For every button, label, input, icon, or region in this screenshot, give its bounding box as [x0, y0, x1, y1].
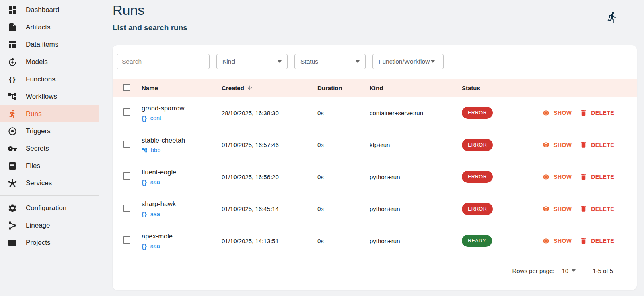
status-badge: ERROR — [462, 203, 493, 215]
sidebar-item-secrets[interactable]: Secrets — [0, 140, 99, 157]
eye-icon — [542, 173, 550, 181]
chevron-down-icon — [572, 269, 576, 272]
run-name-link[interactable]: stable-cheetah — [142, 137, 222, 144]
sidebar-item-runs[interactable]: Runs — [0, 105, 99, 122]
column-header-kind[interactable]: Kind — [370, 85, 462, 91]
sidebar-item-configuration[interactable]: Configuration — [0, 199, 99, 217]
status-filter-dropdown[interactable]: Status — [294, 54, 366, 69]
run-parent-link[interactable]: {} aaa — [142, 179, 222, 186]
row-checkbox[interactable] — [123, 172, 130, 180]
show-button[interactable]: SHOW — [542, 141, 572, 149]
share-icon — [7, 220, 18, 231]
show-button[interactable]: SHOW — [542, 205, 572, 213]
delete-button[interactable]: DELETE — [580, 109, 614, 117]
runs-card: Kind Status Function/Workflow Name Creat… — [113, 45, 637, 290]
sidebar-divider — [0, 195, 99, 196]
show-button[interactable]: SHOW — [542, 237, 572, 245]
functions-braces-icon: {} — [142, 211, 147, 217]
kind-cell: python+run — [370, 174, 462, 180]
column-header-status[interactable]: Status — [462, 85, 524, 91]
table-icon — [7, 39, 18, 50]
target-icon — [7, 126, 18, 137]
sidebar-item-workflows[interactable]: Workflows — [0, 88, 99, 105]
sidebar-item-models[interactable]: Models — [0, 53, 99, 70]
created-cell: 01/10/2025, 16:45:14 — [222, 205, 317, 212]
sidebar-item-label: Lineage — [26, 221, 50, 230]
eye-icon — [542, 237, 550, 245]
sidebar-item-label: Dashboard — [26, 6, 59, 14]
run-name-link[interactable]: apex-mole — [142, 232, 222, 240]
sort-descending-icon — [247, 85, 253, 91]
sidebar-item-functions[interactable]: {} Functions — [0, 70, 99, 88]
row-checkbox[interactable] — [123, 236, 130, 244]
table-row: grand-sparrow {} cont 28/10/2025, 16:38:… — [113, 97, 637, 129]
table-row: stable-cheetah bbb 01/10/2025, 16:57:46 … — [113, 129, 637, 161]
hub-icon — [7, 178, 18, 188]
eye-icon — [542, 109, 550, 117]
table-row: fluent-eagle {} aaa 01/10/2025, 16:56:20… — [113, 161, 637, 193]
kind-cell: container+serve:run — [370, 110, 462, 116]
trash-icon — [580, 109, 587, 117]
duration-cell: 0s — [317, 205, 370, 212]
search-input[interactable] — [117, 54, 210, 69]
function-workflow-filter-dropdown[interactable]: Function/Workflow — [372, 54, 444, 69]
column-header-duration[interactable]: Duration — [317, 85, 370, 91]
sidebar-item-dashboard[interactable]: Dashboard — [0, 1, 99, 19]
sidebar-item-label: Triggers — [26, 127, 51, 135]
run-parent-link[interactable]: {} cont — [142, 115, 222, 122]
sidebar-item-projects[interactable]: Projects — [0, 234, 99, 251]
run-name-link[interactable]: sharp-hawk — [142, 200, 222, 208]
file-icon — [7, 22, 18, 33]
trash-icon — [580, 237, 587, 245]
kind-cell: kfp+run — [370, 141, 462, 148]
sidebar-item-label: Secrets — [26, 145, 49, 153]
box-icon — [7, 161, 18, 171]
sidebar-item-artifacts[interactable]: Artifacts — [0, 19, 99, 36]
created-cell: 28/10/2025, 16:38:30 — [222, 110, 317, 116]
row-checkbox[interactable] — [123, 141, 130, 148]
run-parent-link[interactable]: bbb — [142, 147, 222, 153]
folder-icon — [7, 238, 18, 248]
delete-button[interactable]: DELETE — [580, 141, 614, 149]
show-button[interactable]: SHOW — [542, 173, 572, 181]
run-parent-link[interactable]: {} aaa — [142, 211, 222, 217]
table-row: apex-mole {} aaa 01/10/2025, 14:13:51 0s… — [113, 225, 637, 257]
sidebar-item-files[interactable]: Files — [0, 157, 99, 174]
sidebar-item-data-items[interactable]: Data items — [0, 36, 99, 53]
run-name-link[interactable]: grand-sparrow — [142, 104, 222, 112]
trash-icon — [580, 141, 587, 149]
status-badge: ERROR — [462, 139, 493, 151]
column-header-created[interactable]: Created — [222, 85, 317, 91]
model-icon — [7, 57, 18, 67]
sidebar-item-lineage[interactable]: Lineage — [0, 217, 99, 234]
kind-cell: python+run — [370, 238, 462, 244]
sidebar-item-label: Runs — [26, 110, 42, 118]
column-header-name[interactable]: Name — [142, 85, 222, 91]
trash-icon — [580, 173, 587, 181]
delete-button[interactable]: DELETE — [580, 205, 614, 213]
key-icon — [7, 143, 18, 154]
sidebar-item-triggers[interactable]: Triggers — [0, 122, 99, 140]
run-parent-link[interactable]: {} aaa — [142, 243, 222, 250]
filter-bar: Kind Status Function/Workflow — [113, 45, 637, 69]
row-checkbox[interactable] — [123, 205, 130, 212]
delete-button[interactable]: DELETE — [580, 173, 614, 181]
sidebar-item-label: Models — [26, 58, 48, 66]
select-all-checkbox[interactable] — [123, 84, 130, 91]
chevron-down-icon — [356, 60, 360, 63]
functions-braces-icon: {} — [142, 179, 147, 186]
row-checkbox[interactable] — [123, 108, 130, 116]
delete-button[interactable]: DELETE — [580, 237, 614, 245]
chevron-down-icon — [431, 60, 435, 63]
created-cell: 01/10/2025, 14:13:51 — [222, 238, 317, 244]
kind-filter-dropdown[interactable]: Kind — [216, 54, 288, 69]
status-badge: ERROR — [462, 171, 493, 183]
show-button[interactable]: SHOW — [542, 109, 572, 117]
main-content: Runs List and search runs Kind Status Fu… — [99, 0, 644, 296]
rows-per-page-select[interactable]: 10 — [562, 267, 576, 274]
sidebar-item-services[interactable]: Services — [0, 174, 99, 192]
sidebar-item-label: Functions — [26, 75, 56, 83]
table-pagination: Rows per page: 10 1-5 of 5 — [113, 257, 637, 274]
page-title: Runs — [113, 2, 187, 18]
run-name-link[interactable]: fluent-eagle — [142, 168, 222, 176]
